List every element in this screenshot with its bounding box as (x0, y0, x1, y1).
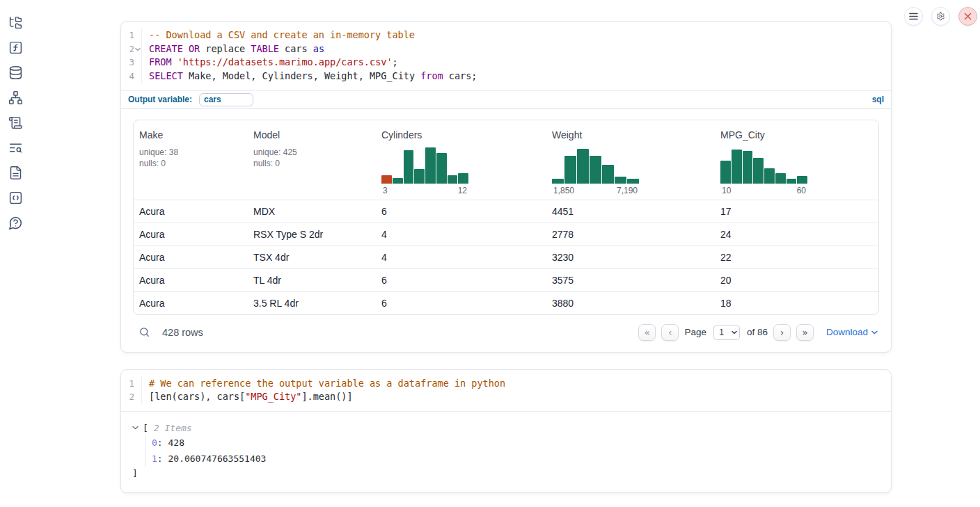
output-variable-row: Output variable: sql (121, 90, 891, 109)
code-line[interactable]: 3FROM 'https://datasets.marimo.app/cars.… (121, 56, 891, 70)
search-button[interactable] (139, 326, 150, 338)
fold-icon[interactable] (134, 46, 141, 53)
column-header-model[interactable]: Modelunique: 425nulls: 0 (248, 120, 376, 200)
histogram-bar (393, 178, 403, 184)
table-cell: MDX (248, 206, 376, 217)
table-cell: 6 (376, 275, 546, 286)
histogram-bar (590, 156, 601, 184)
first-page-button[interactable]: « (638, 324, 656, 341)
file-tree-icon[interactable] (7, 15, 24, 30)
settings-button[interactable] (931, 7, 950, 26)
output-variable-label: Output variable: (128, 95, 192, 104)
function-icon[interactable] (7, 40, 24, 55)
column-header-cylinders[interactable]: Cylinders312 (376, 120, 546, 200)
table-footer-left: 428 rows (134, 326, 203, 338)
histogram-bar (775, 173, 786, 184)
menu-icon (909, 13, 918, 20)
scroll-icon[interactable] (7, 115, 24, 130)
table-cell: TSX 4dr (248, 252, 376, 263)
code-line[interactable]: 4SELECT Make, Model, Cylinders, Weight, … (121, 70, 891, 83)
download-button[interactable]: Download (826, 327, 878, 337)
dependency-graph-icon[interactable] (7, 90, 24, 105)
histogram-bars (720, 143, 807, 184)
table-cell: 3575 (546, 275, 715, 286)
column-title: Weight (552, 129, 709, 140)
document-icon[interactable] (7, 165, 24, 180)
line-number: 2 (121, 390, 142, 404)
histogram-bar (615, 177, 626, 184)
sql-code-editor[interactable]: 1-- Download a CSV and create an in-memo… (121, 22, 891, 90)
column-stats: unique: 425nulls: 0 (253, 147, 370, 169)
python-code-editor[interactable]: 1# We can reference the output variable … (121, 370, 891, 412)
histogram-axis-labels: 312 (381, 186, 468, 195)
histogram-bar (787, 179, 797, 184)
page-select[interactable]: 1 (713, 325, 740, 340)
table-row[interactable]: Acura3.5 RL 4dr6388018 (134, 291, 878, 314)
code-line[interactable]: 2CREATE OR replace TABLE cars as (121, 42, 891, 56)
table-cell: 2778 (546, 229, 715, 240)
mpg_city-histogram: 1060 (720, 143, 807, 195)
histogram-bar (577, 149, 589, 184)
histogram-bar (458, 173, 468, 184)
column-header-mpg_city[interactable]: MPG_City1060 (715, 120, 878, 200)
line-number: 4 (121, 70, 142, 83)
table-cell: 3.5 RL 4dr (248, 298, 376, 309)
tree-entry: 1: 20.060747663551403 (152, 451, 880, 467)
histogram-bar (414, 169, 425, 184)
histogram-bar (552, 179, 564, 184)
code-text: -- Download a CSV and create an in-memor… (142, 29, 415, 42)
column-title: Model (253, 129, 370, 140)
table-cell: Acura (134, 298, 248, 309)
histogram-bar (764, 168, 775, 184)
column-header-weight[interactable]: Weight1,8507,190 (546, 120, 715, 200)
table-row[interactable]: AcuraTL 4dr6357520 (134, 268, 878, 291)
text-search-icon[interactable] (7, 140, 24, 155)
histogram-bar (753, 158, 764, 184)
table-cell: 17 (715, 206, 878, 217)
table-row[interactable]: AcuraMDX6445117 (134, 200, 878, 223)
help-icon[interactable] (7, 215, 24, 230)
close-bracket: ] (132, 467, 880, 481)
table-cell: RSX Type S 2dr (248, 229, 376, 240)
language-badge: sql (872, 95, 884, 104)
items-count-label: 2 Items (154, 423, 192, 433)
download-label: Download (826, 327, 868, 337)
code-text: [len(cars), cars["MPG_City"].mean()] (142, 390, 353, 404)
histogram-bar (381, 175, 392, 184)
table-row[interactable]: AcuraTSX 4dr4323022 (134, 246, 878, 268)
table-cell: 18 (715, 298, 878, 309)
prev-page-button[interactable]: ‹ (661, 324, 679, 341)
table-cell: Acura (134, 206, 248, 217)
next-page-button[interactable]: › (773, 324, 791, 341)
line-number: 1 (121, 377, 142, 391)
notebook: 1-- Download a CSV and create an in-memo… (120, 21, 892, 493)
tree-entry-value: : 20.060747663551403 (157, 453, 267, 464)
tree-entry-value: : 428 (157, 437, 184, 448)
menu-button[interactable] (904, 7, 923, 26)
table-cell: Acura (134, 275, 248, 286)
tree-head: [ 2 Items (132, 420, 880, 435)
column-title: MPG_City (720, 129, 873, 140)
gear-icon (936, 11, 945, 22)
database-icon[interactable] (7, 65, 24, 80)
table-cell: 22 (715, 252, 878, 263)
shutdown-button[interactable] (958, 7, 977, 26)
snippets-icon[interactable] (7, 190, 24, 205)
collapse-chevron-icon[interactable] (132, 426, 140, 430)
table-row[interactable]: AcuraRSX Type S 2dr4277824 (134, 223, 878, 246)
table-cell: 3230 (546, 252, 715, 263)
code-line[interactable]: 1-- Download a CSV and create an in-memo… (121, 29, 891, 42)
column-header-make[interactable]: Makeunique: 38nulls: 0 (134, 120, 248, 200)
code-line[interactable]: 2[len(cars), cars["MPG_City"].mean()] (121, 390, 891, 404)
last-page-button[interactable]: » (796, 324, 814, 341)
tree-entry-key: 0 (152, 437, 157, 448)
chevron-down-icon (871, 330, 878, 335)
code-text: FROM 'https://datasets.marimo.app/cars.c… (142, 56, 398, 70)
code-text: SELECT Make, Model, Cylinders, Weight, M… (142, 70, 477, 83)
cylinders-histogram: 312 (381, 143, 468, 195)
search-icon (139, 326, 150, 338)
histogram-bar (564, 156, 576, 184)
output-variable-input[interactable] (199, 93, 253, 106)
code-line[interactable]: 1# We can reference the output variable … (121, 377, 891, 391)
histogram-bar (448, 175, 458, 184)
